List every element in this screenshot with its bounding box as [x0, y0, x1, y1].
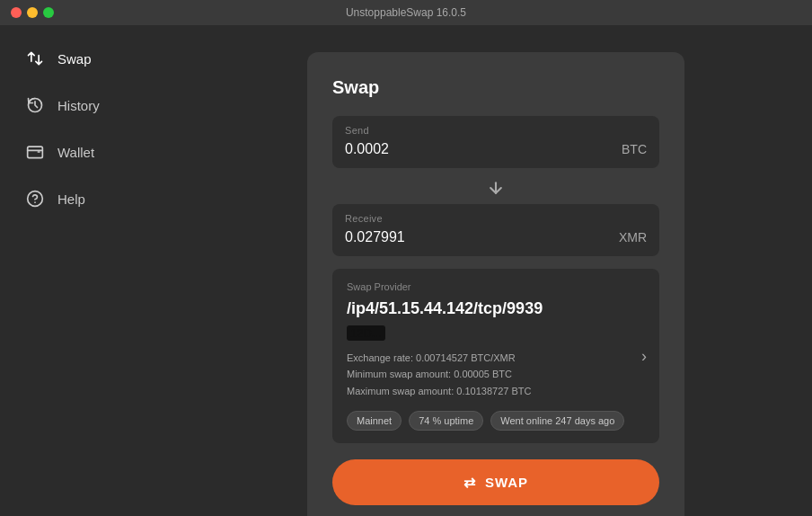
provider-box[interactable]: Swap Provider /ip4/51.15.44.142/tcp/9939…	[332, 269, 659, 443]
help-icon	[25, 189, 45, 209]
sidebar-item-wallet-label: Wallet	[57, 145, 94, 160]
app-title: UnstoppableSwap 16.0.5	[346, 6, 466, 19]
chevron-right-icon: ›	[641, 346, 647, 365]
receive-label: Receive	[345, 213, 647, 224]
wallet-icon	[25, 142, 45, 162]
provider-label: Swap Provider	[347, 281, 645, 292]
exchange-rate: Exchange rate: 0.00714527 BTC/XMR	[347, 350, 645, 367]
provider-badges: Mainnet 74 % uptime Went online 247 days…	[347, 411, 645, 431]
swap-icon	[25, 49, 45, 68]
swap-button[interactable]: ⇄ SWAP	[332, 459, 659, 505]
send-label: Send	[345, 125, 647, 136]
provider-address: /ip4/51.15.44.142/tcp/9939	[347, 299, 645, 319]
card-title: Swap	[332, 77, 659, 98]
receive-currency: XMR	[619, 230, 647, 245]
max-amount: Maximum swap amount: 0.10138727 BTC	[347, 383, 645, 400]
provider-details: Exchange rate: 0.00714527 BTC/XMR Minimu…	[347, 350, 645, 400]
sidebar-item-help[interactable]: Help	[7, 176, 172, 221]
sidebar-item-help-label: Help	[57, 191, 85, 207]
send-input[interactable]	[345, 141, 622, 157]
badge-uptime: 74 % uptime	[409, 411, 483, 431]
sidebar-item-history-label: History	[57, 98, 100, 113]
swap-card: Swap Send BTC Receive	[307, 52, 684, 516]
swap-direction-arrow	[332, 172, 659, 204]
titlebar: UnstoppableSwap 16.0.5	[0, 0, 812, 25]
send-field-group: Send BTC	[332, 116, 659, 168]
swap-button-label: SWAP	[485, 475, 528, 490]
content-area: Swap Send BTC Receive	[180, 25, 812, 516]
maximize-button[interactable]	[43, 7, 54, 18]
sidebar: Swap History Wallet	[0, 25, 180, 516]
receive-input[interactable]	[345, 229, 619, 245]
badge-online: Went online 247 days ago	[490, 411, 624, 431]
minimize-button[interactable]	[27, 7, 38, 18]
send-currency: BTC	[622, 142, 647, 156]
window-controls	[11, 7, 54, 18]
provider-id: 12D...	[347, 325, 385, 341]
sidebar-item-history[interactable]: History	[7, 83, 172, 128]
sidebar-item-swap-label: Swap	[57, 51, 92, 67]
min-amount: Minimum swap amount: 0.00005 BTC	[347, 366, 645, 383]
svg-rect-1	[28, 147, 43, 158]
history-icon	[25, 95, 45, 115]
swap-button-icon: ⇄	[463, 474, 476, 491]
close-button[interactable]	[11, 7, 22, 18]
sidebar-item-wallet[interactable]: Wallet	[7, 129, 172, 174]
badge-mainnet: Mainnet	[347, 411, 402, 431]
receive-field-group: Receive XMR	[332, 204, 659, 256]
sidebar-item-swap[interactable]: Swap	[7, 36, 172, 81]
